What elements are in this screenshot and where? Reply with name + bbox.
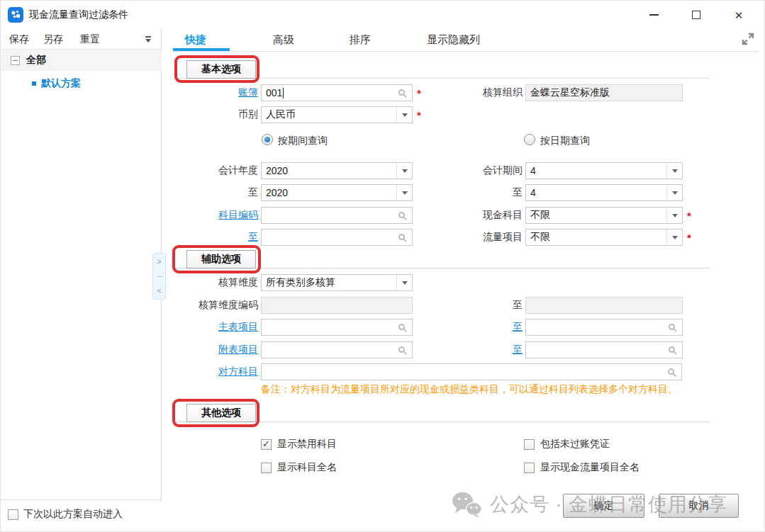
tab-quick[interactable]: 快捷 (185, 33, 206, 47)
show-account-fullname-option[interactable]: 显示科目全名 (261, 461, 337, 474)
main-item-to-label-link[interactable]: 至 (426, 321, 523, 334)
dimension-label: 核算维度 (171, 276, 258, 289)
tab-advanced[interactable]: 高级 (273, 33, 294, 47)
filter-dialog: 现金流量查询过滤条件 ✕ 保存 另存 重置 全部 默认方案 > < 下次以此方案… (0, 0, 765, 532)
dropdown-icon[interactable] (666, 163, 682, 179)
fiscal-year-to-label: 至 (171, 186, 258, 199)
dimension-select[interactable]: 所有类别多核算 (261, 274, 413, 291)
reset-menu-item[interactable]: 重置 (80, 33, 100, 46)
show-flow-fullname-option[interactable]: 显示现金流量项目全名 (524, 461, 640, 474)
menu-overflow-icon[interactable] (144, 35, 152, 44)
required-marker: * (687, 210, 691, 222)
required-marker: * (417, 109, 421, 121)
dropdown-icon[interactable] (396, 163, 412, 179)
tree-node-default-plan[interactable]: 默认方案 (1, 74, 162, 94)
ledger-value: 001 (266, 87, 282, 98)
currency-label: 币别 (171, 108, 258, 121)
flow-item-label: 流量项目 (426, 231, 523, 244)
search-icon[interactable] (398, 324, 405, 330)
main-item-to-input[interactable] (525, 319, 683, 336)
search-icon[interactable] (398, 234, 405, 240)
dropdown-icon[interactable] (396, 275, 412, 290)
cancel-button[interactable]: 取消 (659, 494, 739, 518)
show-disabled-accounts-checkbox[interactable] (261, 439, 272, 450)
close-icon: ✕ (735, 10, 744, 21)
main-item-input[interactable] (261, 319, 413, 336)
ok-button[interactable]: 确定 (563, 494, 644, 518)
flow-item-value: 不限 (530, 231, 550, 244)
ledger-label-link[interactable]: 账簿 (171, 86, 258, 99)
dropdown-icon[interactable] (396, 185, 412, 200)
show-flow-fullname-checkbox[interactable] (524, 463, 535, 473)
sub-item-to-input[interactable] (525, 341, 683, 358)
period-label: 会计期间 (426, 164, 523, 177)
include-unposted-label: 包括未过账凭证 (540, 438, 610, 451)
opposite-account-label-link[interactable]: 对方科目 (171, 366, 258, 378)
fiscal-year-to-select[interactable]: 2020 (261, 184, 413, 201)
save-as-menu-item[interactable]: 另存 (43, 33, 63, 46)
sub-item-to-label-link[interactable]: 至 (426, 344, 523, 356)
chevron-left-icon[interactable]: < (157, 287, 161, 295)
period-to-select[interactable]: 4 (525, 184, 683, 201)
show-disabled-accounts-option[interactable]: 显示禁用科目 (261, 438, 337, 451)
close-button[interactable]: ✕ (726, 5, 752, 25)
query-by-period-radio[interactable] (262, 134, 273, 145)
currency-select[interactable]: 人民币 (261, 106, 413, 123)
query-by-period-label[interactable]: 按期间查询 (278, 135, 328, 147)
maximize-button[interactable] (683, 5, 709, 25)
scheme-menu-bar: 保存 另存 重置 (1, 29, 161, 50)
dropdown-icon[interactable] (666, 230, 682, 245)
query-by-date-label[interactable]: 按日期查询 (540, 135, 590, 147)
search-icon[interactable] (669, 346, 675, 353)
search-icon[interactable] (398, 346, 405, 353)
dimension-code-input (261, 297, 413, 314)
collapse-icon[interactable] (11, 56, 20, 65)
search-icon[interactable] (669, 324, 675, 330)
search-icon[interactable] (398, 89, 405, 96)
tree-node-all[interactable]: 全部 (1, 50, 162, 71)
auto-enter-option[interactable]: 下次以此方案自动进入 (8, 508, 123, 521)
save-menu-item[interactable]: 保存 (9, 33, 29, 46)
include-unposted-checkbox[interactable] (524, 439, 535, 450)
scheme-sidebar: 保存 另存 重置 全部 默认方案 (1, 29, 162, 500)
minimize-button[interactable] (641, 5, 666, 25)
account-code-input[interactable] (261, 207, 413, 224)
period-to-label: 至 (426, 186, 523, 199)
period-select[interactable]: 4 (525, 162, 683, 179)
show-account-fullname-checkbox[interactable] (261, 463, 272, 473)
account-code-label-link[interactable]: 科目编码 (171, 209, 258, 222)
sidebar-splitter[interactable]: > < (152, 253, 166, 300)
cash-account-select[interactable]: 不限 (525, 207, 683, 224)
flow-item-select[interactable]: 不限 (525, 229, 683, 246)
main-item-label-link[interactable]: 主表项目 (171, 321, 258, 334)
fiscal-year-select[interactable]: 2020 (261, 162, 413, 179)
maximize-icon (692, 11, 700, 19)
sub-item-label-link[interactable]: 附表项目 (171, 344, 258, 356)
required-marker: * (687, 232, 691, 244)
auto-enter-checkbox[interactable] (8, 509, 18, 520)
fiscal-year-label: 会计年度 (171, 164, 258, 177)
query-by-date-radio[interactable] (524, 134, 535, 145)
section-other-header: 其他选项 (186, 404, 256, 422)
sub-item-input[interactable] (261, 341, 413, 358)
ledger-input[interactable]: 001 (261, 84, 413, 101)
dropdown-icon[interactable] (666, 208, 682, 223)
show-flow-fullname-label: 显示现金流量项目全名 (540, 461, 640, 474)
search-icon[interactable] (398, 212, 405, 218)
chevron-right-icon[interactable]: > (157, 258, 161, 266)
dropdown-icon[interactable] (396, 107, 412, 123)
account-code-to-input[interactable] (261, 229, 413, 246)
tab-sort[interactable]: 排序 (350, 33, 371, 47)
account-code-to-label-link[interactable]: 至 (171, 231, 258, 244)
dropdown-icon[interactable] (666, 185, 682, 200)
splitter-handle[interactable] (157, 276, 162, 277)
expand-icon[interactable] (741, 32, 755, 46)
period-value: 4 (530, 165, 536, 176)
opposite-account-input[interactable] (261, 363, 682, 380)
tab-show-hide-columns[interactable]: 显示隐藏列 (427, 33, 480, 47)
search-icon[interactable] (668, 368, 674, 375)
include-unposted-option[interactable]: 包括未过账凭证 (524, 438, 610, 451)
section-basic-header: 基本选项 (186, 60, 256, 79)
show-disabled-accounts-label: 显示禁用科目 (277, 438, 337, 451)
fiscal-year-value: 2020 (266, 165, 288, 176)
